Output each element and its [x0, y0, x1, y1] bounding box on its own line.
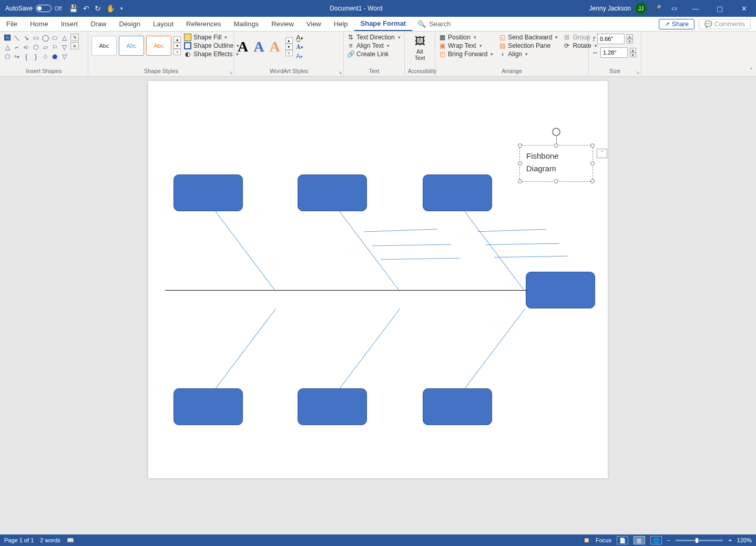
wrap-text-button[interactable]: ▣Wrap Text▾	[438, 42, 493, 49]
height-down[interactable]: ▾	[627, 39, 633, 44]
style-preset-1[interactable]: Abc	[91, 36, 117, 56]
tab-draw[interactable]: Draw	[84, 17, 113, 31]
shape-a-icon[interactable]: ⬠	[3, 53, 12, 61]
tab-review[interactable]: Review	[265, 17, 300, 31]
wordart-preset-3[interactable]: A	[269, 38, 280, 55]
document-title: Document1 - Word	[123, 5, 589, 12]
comments-button[interactable]: 💬Comments	[699, 19, 751, 29]
tab-file[interactable]: File	[0, 17, 24, 31]
shape-textbox-icon[interactable]: 🅰	[3, 34, 12, 42]
shape-star-icon[interactable]: ☆	[41, 53, 49, 61]
shape-hex-icon[interactable]: ⬡	[32, 43, 40, 51]
redo-icon[interactable]: ↻	[95, 4, 101, 13]
tab-references[interactable]: References	[180, 17, 227, 31]
shape-outline-button[interactable]: Shape Outline▾	[184, 42, 239, 49]
touch-mode-icon[interactable]: ✋	[106, 4, 115, 13]
shape-more3-icon[interactable]: ▽	[60, 53, 68, 61]
text-direction-button[interactable]: ⇅Text Direction▾	[347, 34, 401, 41]
link-icon: 🔗	[347, 50, 354, 58]
shape-style-gallery[interactable]: Abc Abc Abc ▴ ▾ ▿	[91, 36, 181, 56]
tab-design[interactable]: Design	[113, 17, 147, 31]
undo-icon[interactable]: ↶	[83, 4, 89, 13]
tab-mailings[interactable]: Mailings	[228, 17, 265, 31]
group-insert-shapes: 🅰 ＼ ↘ ▭ ◯ ⬭ △ △ ⌐ ➪ ⬡ ▱ ⚐ ▽ ⬠ ↪ { } ☆ ⬟	[0, 32, 88, 76]
text-outline-icon[interactable]: 𝐀▾	[296, 43, 303, 51]
save-icon[interactable]: 💾	[69, 4, 78, 13]
minimize-button[interactable]: —	[683, 5, 708, 13]
selection-pane-button[interactable]: ▤Selection Pane	[498, 42, 558, 49]
tab-shape-format[interactable]: Shape Format	[354, 17, 413, 31]
shape-connector-icon[interactable]: ↘	[22, 34, 30, 42]
shape-oval-icon[interactable]: ◯	[41, 34, 49, 42]
gallery-down-icon[interactable]: ▾	[173, 43, 181, 49]
height-input[interactable]	[597, 34, 625, 44]
autosave-toggle[interactable]	[36, 5, 52, 12]
maximize-button[interactable]: ▢	[708, 5, 732, 13]
align-text-label: Align Text	[356, 42, 384, 49]
shape-c-icon[interactable]: {	[22, 53, 30, 61]
edit-shape-icon[interactable]: ✎	[70, 34, 79, 41]
shape-doc-icon[interactable]: ▱	[41, 43, 49, 51]
width-input[interactable]	[600, 47, 628, 58]
alt-text-button[interactable]: 🖼 Alt Text	[408, 34, 432, 62]
dialog-launcher-icon[interactable]: ↘	[338, 70, 342, 75]
shape-rr-icon[interactable]: ⬭	[50, 34, 59, 42]
group-arrange: ▦Position▾ ◱Send Backward▾ ⊞Group▾ ▣Wrap…	[435, 32, 589, 76]
tab-view[interactable]: View	[300, 17, 328, 31]
dialog-launcher-icon[interactable]: ↘	[229, 70, 233, 75]
tab-insert[interactable]: Insert	[55, 17, 85, 31]
height-up[interactable]: ▴	[627, 34, 633, 39]
gallery-more-icon[interactable]: ▿	[173, 49, 181, 55]
position-button[interactable]: ▦Position▾	[438, 34, 493, 41]
share-button[interactable]: ↗Share	[659, 19, 694, 29]
shape-effects-button[interactable]: ◐Shape Effects▾	[184, 50, 239, 58]
gallery-up-icon[interactable]: ▴	[285, 37, 293, 44]
align-text-button[interactable]: ≡Align Text▾	[347, 42, 401, 49]
shape-b-icon[interactable]: ↪	[13, 53, 21, 61]
share-icon: ↗	[665, 20, 670, 28]
gallery-up-icon[interactable]: ▴	[173, 36, 181, 43]
bring-forward-button[interactable]: ◰Bring Forward▾	[438, 50, 493, 58]
shape-more1-icon[interactable]: △	[60, 34, 68, 42]
shape-rect-icon[interactable]: ▭	[32, 34, 40, 42]
shape-flag-icon[interactable]: ⚐	[50, 43, 59, 51]
shapes-gallery[interactable]: 🅰 ＼ ↘ ▭ ◯ ⬭ △ △ ⌐ ➪ ⬡ ▱ ⚐ ▽ ⬠ ↪ { } ☆ ⬟	[3, 34, 68, 61]
width-up[interactable]: ▴	[630, 48, 636, 53]
send-backward-button[interactable]: ◱Send Backward▾	[498, 34, 558, 41]
style-preset-2[interactable]: Abc	[119, 36, 144, 56]
shape-tri-icon[interactable]: △	[3, 43, 12, 51]
wrap-text-icon: ▣	[438, 42, 446, 49]
text-fill-icon[interactable]: A̲▾	[296, 34, 303, 42]
shape-more2-icon[interactable]: ▽	[60, 43, 68, 51]
width-field[interactable]: ↔ ▴▾	[592, 47, 638, 58]
shape-arrow-icon[interactable]: ➪	[22, 43, 30, 51]
ribbon-mode-icon[interactable]: ▭	[668, 5, 680, 12]
search-box[interactable]: 🔍 Search	[417, 20, 451, 28]
shape-line-icon[interactable]: ＼	[13, 34, 21, 42]
gallery-down-icon[interactable]: ▾	[285, 44, 293, 50]
wordart-preset-2[interactable]: A	[253, 38, 264, 55]
shape-elbow-icon[interactable]: ⌐	[13, 43, 21, 51]
wordart-gallery[interactable]: A A A ▴ ▾ ▿	[238, 37, 293, 56]
tab-layout[interactable]: Layout	[147, 17, 180, 31]
shape-d-icon[interactable]: }	[32, 53, 40, 61]
close-button[interactable]: ✕	[732, 5, 756, 13]
align-text-icon: ≡	[347, 42, 354, 49]
collapse-ribbon-icon[interactable]: ˄	[750, 67, 753, 74]
text-effects-icon[interactable]: A▾	[296, 52, 303, 60]
gallery-more-icon[interactable]: ▿	[285, 50, 293, 56]
tab-help[interactable]: Help	[328, 17, 354, 31]
align-button[interactable]: ⫞Align▾	[498, 50, 558, 58]
width-down[interactable]: ▾	[630, 53, 636, 57]
mic-icon[interactable]: 🎤	[651, 5, 663, 12]
style-preset-3[interactable]: Abc	[146, 36, 171, 56]
shape-e-icon[interactable]: ⬟	[50, 53, 59, 61]
avatar[interactable]: JJ	[635, 3, 647, 14]
shape-fill-button[interactable]: Shape Fill▾	[184, 34, 239, 41]
dialog-launcher-icon[interactable]: ↘	[636, 70, 640, 75]
tab-home[interactable]: Home	[24, 17, 55, 31]
wordart-preset-1[interactable]: A	[238, 38, 248, 55]
create-link-button[interactable]: 🔗Create Link	[347, 50, 401, 58]
draw-textbox-icon[interactable]: A	[70, 42, 79, 49]
height-field[interactable]: ↕ ▴▾	[592, 34, 638, 44]
